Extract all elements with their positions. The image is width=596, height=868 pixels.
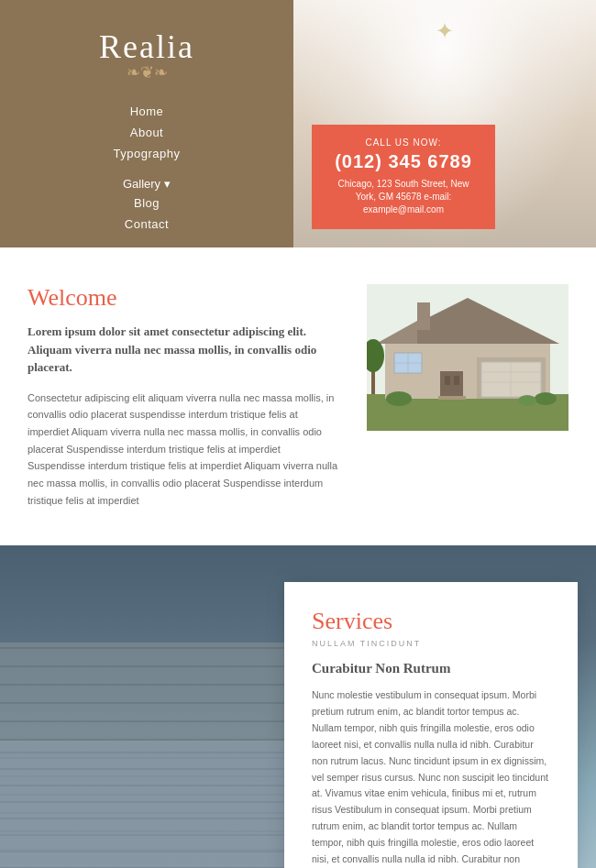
svg-point-20 [518, 395, 536, 406]
nav-about[interactable]: About [130, 124, 163, 141]
svg-rect-6 [481, 362, 541, 397]
svg-rect-12 [454, 376, 459, 385]
nav-blog[interactable]: Blog [134, 194, 160, 212]
welcome-title: Welcome [28, 284, 339, 312]
header-photo-area: CALL US NOW: (012) 345 6789 Chicago, 123… [293, 0, 596, 247]
services-subtitle: NULLAM TINCIDUNT [312, 639, 550, 648]
call-box: CALL US NOW: (012) 345 6789 Chicago, 123… [312, 125, 495, 229]
call-label: CALL US NOW: [330, 137, 477, 148]
nav-contact[interactable]: Contact [125, 215, 169, 233]
svg-point-18 [386, 391, 412, 406]
nav-gallery-item[interactable]: Gallery ▾ [123, 177, 171, 191]
logo-ornament: ❧❦❧ [127, 62, 168, 82]
site-logo: Realia [99, 27, 194, 66]
call-phone-number: (012) 345 6789 [330, 151, 477, 172]
services-body: Nunc molestie vestibulum in consequat ip… [312, 687, 550, 868]
svg-rect-16 [417, 302, 430, 330]
welcome-text-block: Welcome Lorem ipsum dolor sit amet conse… [28, 284, 339, 509]
welcome-house-image [367, 284, 568, 431]
services-card: Services NULLAM TINCIDUNT Curabitur Non … [284, 582, 578, 868]
nav-typography[interactable]: Typography [114, 145, 181, 162]
site-header: Realia ❧❦❧ Home About Typography Gallery… [0, 0, 596, 247]
nav-home[interactable]: Home [130, 103, 164, 120]
services-title: Services [312, 608, 550, 635]
main-nav: Home About Typography Gallery ▾ Blog Con… [114, 103, 181, 233]
welcome-section: Welcome Lorem ipsum dolor sit amet conse… [0, 247, 596, 545]
call-address: Chicago, 123 South Street, New York, GM … [330, 178, 477, 216]
svg-rect-10 [440, 371, 463, 399]
house-illustration [367, 284, 568, 431]
header-nav-panel: Realia ❧❦❧ Home About Typography Gallery… [0, 0, 293, 247]
svg-point-19 [535, 392, 557, 405]
welcome-lead: Lorem ipsum dolor sit amet consectetur a… [28, 323, 339, 377]
svg-rect-17 [438, 396, 466, 400]
services-card-title: Curabitur Non Rutrum [312, 661, 550, 676]
services-section: Services NULLAM TINCIDUNT Curabitur Non … [0, 545, 596, 868]
chevron-down-icon: ▾ [164, 177, 171, 191]
svg-rect-11 [445, 376, 450, 385]
welcome-body: Consectetur adipiscing elit aliquam vive… [28, 390, 339, 510]
nav-gallery-label: Gallery [123, 177, 160, 191]
